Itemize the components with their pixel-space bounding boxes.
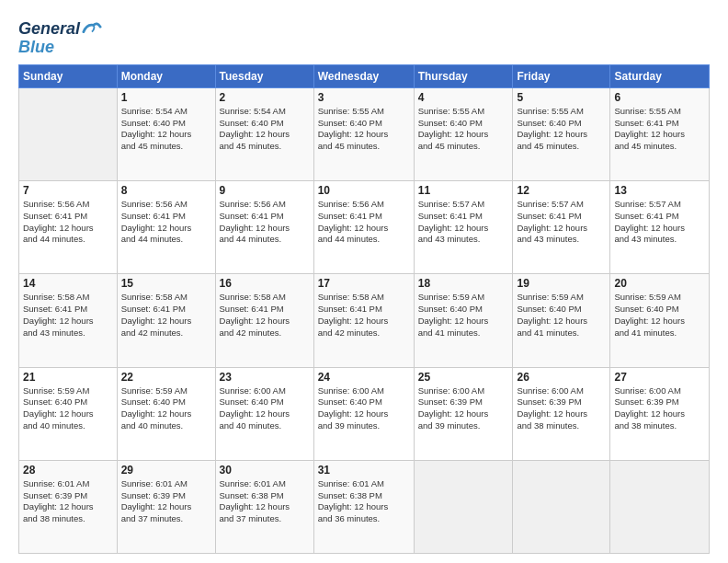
- calendar-cell: 7Sunrise: 5:56 AM Sunset: 6:41 PM Daylig…: [19, 181, 118, 274]
- logo-icon: [82, 18, 102, 39]
- calendar-cell: 4Sunrise: 5:55 AM Sunset: 6:40 PM Daylig…: [414, 87, 513, 180]
- day-number: 4: [418, 91, 509, 104]
- calendar-cell: 26Sunrise: 6:00 AM Sunset: 6:39 PM Dayli…: [513, 367, 610, 460]
- day-number: 13: [614, 184, 705, 197]
- day-info: Sunrise: 6:01 AM Sunset: 6:39 PM Dayligh…: [121, 478, 211, 525]
- calendar-week-3: 14Sunrise: 5:58 AM Sunset: 6:41 PM Dayli…: [19, 274, 710, 367]
- calendar-header-friday: Friday: [513, 64, 610, 87]
- day-info: Sunrise: 5:57 AM Sunset: 6:41 PM Dayligh…: [418, 199, 509, 246]
- day-info: Sunrise: 6:00 AM Sunset: 6:39 PM Dayligh…: [614, 385, 705, 432]
- day-number: 31: [318, 464, 410, 477]
- day-number: 10: [318, 184, 410, 197]
- day-info: Sunrise: 5:54 AM Sunset: 6:40 PM Dayligh…: [121, 106, 211, 153]
- header: General Blue: [18, 17, 710, 57]
- day-info: Sunrise: 5:55 AM Sunset: 6:40 PM Dayligh…: [318, 106, 410, 153]
- calendar-table: SundayMondayTuesdayWednesdayThursdayFrid…: [18, 64, 710, 554]
- calendar-cell: 28Sunrise: 6:01 AM Sunset: 6:39 PM Dayli…: [19, 460, 118, 553]
- day-number: 27: [614, 371, 705, 384]
- day-number: 25: [418, 371, 509, 384]
- day-info: Sunrise: 5:59 AM Sunset: 6:40 PM Dayligh…: [614, 292, 705, 339]
- day-info: Sunrise: 6:01 AM Sunset: 6:39 PM Dayligh…: [23, 478, 113, 525]
- calendar-cell: 5Sunrise: 5:55 AM Sunset: 6:40 PM Daylig…: [513, 87, 610, 180]
- calendar-cell: [19, 87, 118, 180]
- calendar-cell: 10Sunrise: 5:56 AM Sunset: 6:41 PM Dayli…: [313, 181, 414, 274]
- day-info: Sunrise: 5:58 AM Sunset: 6:41 PM Dayligh…: [318, 292, 410, 339]
- logo-text2: Blue: [18, 39, 54, 57]
- day-number: 6: [614, 91, 705, 104]
- calendar-cell: 21Sunrise: 5:59 AM Sunset: 6:40 PM Dayli…: [19, 367, 118, 460]
- calendar-cell: 17Sunrise: 5:58 AM Sunset: 6:41 PM Dayli…: [313, 274, 414, 367]
- calendar-cell: [414, 460, 513, 553]
- calendar-cell: [513, 460, 610, 553]
- calendar-cell: 18Sunrise: 5:59 AM Sunset: 6:40 PM Dayli…: [414, 274, 513, 367]
- logo-text: General: [18, 20, 80, 39]
- calendar-header-thursday: Thursday: [414, 64, 513, 87]
- calendar-cell: 8Sunrise: 5:56 AM Sunset: 6:41 PM Daylig…: [117, 181, 215, 274]
- day-number: 21: [23, 371, 113, 384]
- day-number: 28: [23, 464, 113, 477]
- calendar-cell: 19Sunrise: 5:59 AM Sunset: 6:40 PM Dayli…: [513, 274, 610, 367]
- day-info: Sunrise: 5:56 AM Sunset: 6:41 PM Dayligh…: [23, 199, 113, 246]
- day-number: 18: [418, 277, 509, 290]
- day-info: Sunrise: 6:00 AM Sunset: 6:39 PM Dayligh…: [418, 385, 509, 432]
- day-info: Sunrise: 5:58 AM Sunset: 6:41 PM Dayligh…: [220, 292, 310, 339]
- day-number: 7: [23, 184, 113, 197]
- day-info: Sunrise: 5:56 AM Sunset: 6:41 PM Dayligh…: [121, 199, 211, 246]
- day-info: Sunrise: 6:01 AM Sunset: 6:38 PM Dayligh…: [220, 478, 310, 525]
- page: General Blue SundayMondayTuesdayWednesda…: [0, 0, 728, 563]
- calendar-cell: 23Sunrise: 6:00 AM Sunset: 6:40 PM Dayli…: [215, 367, 313, 460]
- day-number: 19: [517, 277, 606, 290]
- calendar-cell: 9Sunrise: 5:56 AM Sunset: 6:41 PM Daylig…: [215, 181, 313, 274]
- calendar-week-4: 21Sunrise: 5:59 AM Sunset: 6:40 PM Dayli…: [19, 367, 710, 460]
- calendar-cell: 27Sunrise: 6:00 AM Sunset: 6:39 PM Dayli…: [610, 367, 710, 460]
- calendar-cell: 14Sunrise: 5:58 AM Sunset: 6:41 PM Dayli…: [19, 274, 118, 367]
- calendar-week-1: 1Sunrise: 5:54 AM Sunset: 6:40 PM Daylig…: [19, 87, 710, 180]
- day-info: Sunrise: 5:54 AM Sunset: 6:40 PM Dayligh…: [220, 106, 310, 153]
- calendar-week-5: 28Sunrise: 6:01 AM Sunset: 6:39 PM Dayli…: [19, 460, 710, 553]
- day-info: Sunrise: 5:56 AM Sunset: 6:41 PM Dayligh…: [318, 199, 410, 246]
- day-info: Sunrise: 5:56 AM Sunset: 6:41 PM Dayligh…: [220, 199, 310, 246]
- calendar-cell: 15Sunrise: 5:58 AM Sunset: 6:41 PM Dayli…: [117, 274, 215, 367]
- day-number: 29: [121, 464, 211, 477]
- calendar-cell: [610, 460, 710, 553]
- day-info: Sunrise: 5:59 AM Sunset: 6:40 PM Dayligh…: [23, 385, 113, 432]
- calendar-cell: 31Sunrise: 6:01 AM Sunset: 6:38 PM Dayli…: [313, 460, 414, 553]
- day-number: 17: [318, 277, 410, 290]
- day-number: 1: [121, 91, 211, 104]
- calendar-cell: 2Sunrise: 5:54 AM Sunset: 6:40 PM Daylig…: [215, 87, 313, 180]
- day-info: Sunrise: 5:57 AM Sunset: 6:41 PM Dayligh…: [614, 199, 705, 246]
- calendar-header-row: SundayMondayTuesdayWednesdayThursdayFrid…: [19, 64, 710, 87]
- calendar-cell: 20Sunrise: 5:59 AM Sunset: 6:40 PM Dayli…: [610, 274, 710, 367]
- day-number: 3: [318, 91, 410, 104]
- day-info: Sunrise: 5:58 AM Sunset: 6:41 PM Dayligh…: [121, 292, 211, 339]
- calendar-header-monday: Monday: [117, 64, 215, 87]
- day-info: Sunrise: 5:59 AM Sunset: 6:40 PM Dayligh…: [121, 385, 211, 432]
- day-number: 2: [220, 91, 310, 104]
- calendar-cell: 3Sunrise: 5:55 AM Sunset: 6:40 PM Daylig…: [313, 87, 414, 180]
- logo: General Blue: [18, 20, 102, 57]
- calendar-cell: 11Sunrise: 5:57 AM Sunset: 6:41 PM Dayli…: [414, 181, 513, 274]
- calendar-cell: 1Sunrise: 5:54 AM Sunset: 6:40 PM Daylig…: [117, 87, 215, 180]
- day-number: 9: [220, 184, 310, 197]
- day-number: 20: [614, 277, 705, 290]
- day-info: Sunrise: 5:59 AM Sunset: 6:40 PM Dayligh…: [418, 292, 509, 339]
- calendar-cell: 30Sunrise: 6:01 AM Sunset: 6:38 PM Dayli…: [215, 460, 313, 553]
- day-number: 16: [220, 277, 310, 290]
- calendar-cell: 6Sunrise: 5:55 AM Sunset: 6:41 PM Daylig…: [610, 87, 710, 180]
- calendar-cell: 22Sunrise: 5:59 AM Sunset: 6:40 PM Dayli…: [117, 367, 215, 460]
- day-info: Sunrise: 6:00 AM Sunset: 6:40 PM Dayligh…: [318, 385, 410, 432]
- day-info: Sunrise: 5:59 AM Sunset: 6:40 PM Dayligh…: [517, 292, 606, 339]
- day-number: 23: [220, 371, 310, 384]
- calendar-header-wednesday: Wednesday: [313, 64, 414, 87]
- calendar-header-sunday: Sunday: [19, 64, 118, 87]
- day-info: Sunrise: 5:57 AM Sunset: 6:41 PM Dayligh…: [517, 199, 606, 246]
- day-number: 8: [121, 184, 211, 197]
- day-number: 26: [517, 371, 606, 384]
- day-info: Sunrise: 5:58 AM Sunset: 6:41 PM Dayligh…: [23, 292, 113, 339]
- calendar-header-tuesday: Tuesday: [215, 64, 313, 87]
- day-info: Sunrise: 6:01 AM Sunset: 6:38 PM Dayligh…: [318, 478, 410, 525]
- day-number: 30: [220, 464, 310, 477]
- calendar-header-saturday: Saturday: [610, 64, 710, 87]
- calendar-cell: 16Sunrise: 5:58 AM Sunset: 6:41 PM Dayli…: [215, 274, 313, 367]
- day-info: Sunrise: 5:55 AM Sunset: 6:40 PM Dayligh…: [418, 106, 509, 153]
